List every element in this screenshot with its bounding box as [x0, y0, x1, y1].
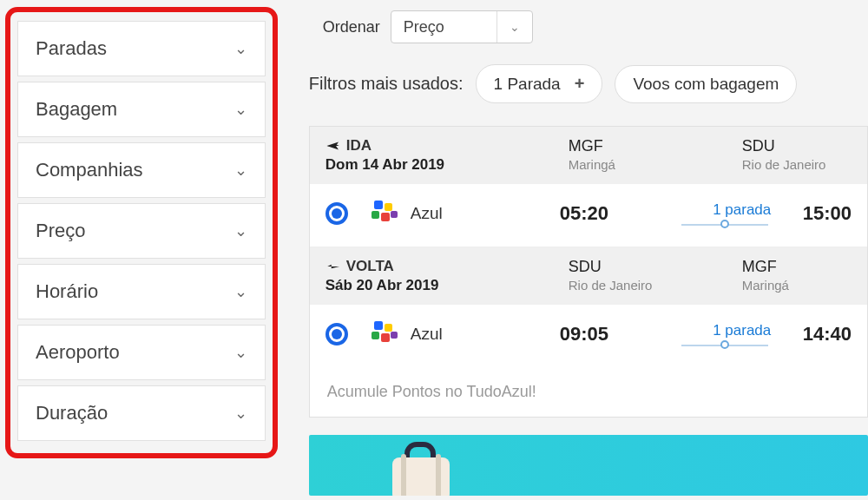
filter-preco[interactable]: Preço ⌄	[17, 203, 266, 259]
stops-link[interactable]: 1 parada	[681, 201, 803, 226]
filter-chip-parada[interactable]: 1 Parada +	[476, 64, 603, 103]
plane-left-icon	[326, 259, 341, 274]
airline-name: Azul	[411, 325, 443, 344]
origin-airport: SDU Rio de Janeiro	[569, 258, 742, 294]
trip-date: Sáb 20 Abr 2019	[326, 277, 569, 294]
sort-select[interactable]: Preço ⌄	[391, 10, 533, 43]
promo-banner[interactable]	[309, 435, 868, 496]
leg-header-volta: VOLTA Sáb 20 Abr 2019 SDU Rio de Janeiro…	[310, 247, 867, 305]
chevron-down-icon: ⌄	[234, 282, 247, 301]
origin-airport: MGF Maringá	[569, 137, 742, 174]
airline-name: Azul	[411, 204, 443, 223]
filter-label: Horário	[36, 280, 98, 303]
filter-label: Bagagem	[36, 98, 117, 121]
airline-cell: Azul	[369, 198, 560, 229]
destination-airport: MGF Maringá	[742, 258, 852, 294]
chevron-down-icon: ⌄	[234, 221, 247, 240]
filter-horario[interactable]: Horário ⌄	[17, 264, 266, 319]
trip-date: Dom 14 Abr 2019	[326, 156, 569, 174]
quick-filters-row: Filtros mais usados: 1 Parada + Voos com…	[309, 64, 868, 121]
airline-logo-icon	[369, 198, 400, 229]
airline-logo-icon	[369, 319, 400, 350]
chevron-down-icon: ⌄	[234, 161, 247, 180]
sort-label: Ordenar	[323, 18, 380, 36]
sort-selected: Preço	[391, 11, 497, 43]
leg-header-ida: IDA Dom 14 Abr 2019 MGF Maringá SDU Rio …	[310, 127, 867, 184]
destination-airport: SDU Rio de Janeiro	[742, 137, 852, 174]
results-main: Ordenar Preço ⌄ Filtros mais usados: 1 P…	[283, 0, 868, 500]
plus-icon: +	[575, 74, 585, 94]
chevron-down-icon: ⌄	[234, 343, 247, 362]
filter-label: Preço	[36, 220, 85, 242]
flight-row-ida: Azul 05:20 1 parada 15:00	[310, 184, 867, 247]
trip-direction-ida: IDA	[326, 137, 569, 155]
filter-companhias[interactable]: Companhias ⌄	[17, 142, 266, 198]
sort-row: Ordenar Preço ⌄	[309, 3, 868, 64]
filters-sidebar: Paradas ⌄ Bagagem ⌄ Companhias ⌄ Preço ⌄…	[0, 0, 283, 500]
filter-aeroporto[interactable]: Aeroporto ⌄	[17, 325, 266, 380]
chevron-down-icon: ⌄	[234, 100, 247, 119]
airline-cell: Azul	[369, 319, 560, 350]
filter-duracao[interactable]: Duração ⌄	[17, 385, 266, 441]
filter-chip-bagagem[interactable]: Voos com bagagem	[615, 65, 797, 103]
chip-label: 1 Parada	[494, 75, 561, 94]
filter-label: Aeroporto	[36, 341, 120, 364]
filter-label: Duração	[36, 402, 108, 424]
depart-time: 05:20	[560, 202, 681, 225]
arrive-time: 14:40	[803, 323, 852, 345]
filter-label: Paradas	[36, 37, 107, 60]
chip-label: Voos com bagagem	[633, 75, 779, 94]
plane-right-icon	[326, 138, 341, 154]
flight-radio[interactable]	[326, 202, 348, 225]
filter-paradas[interactable]: Paradas ⌄	[17, 21, 266, 76]
depart-time: 09:05	[560, 323, 681, 345]
stops-link[interactable]: 1 parada	[681, 322, 803, 346]
quick-filters-label: Filtros mais usados:	[309, 74, 464, 94]
filter-label: Companhias	[36, 159, 143, 181]
flight-radio[interactable]	[326, 323, 348, 345]
promo-text: Acumule Pontos no TudoAzul!	[310, 367, 867, 417]
filter-bagagem[interactable]: Bagagem ⌄	[17, 82, 266, 137]
arrive-time: 15:00	[803, 202, 852, 225]
flight-row-volta: Azul 09:05 1 parada 14:40	[310, 305, 867, 367]
chevron-down-icon: ⌄	[497, 20, 532, 34]
filters-highlight: Paradas ⌄ Bagagem ⌄ Companhias ⌄ Preço ⌄…	[5, 7, 278, 458]
chevron-down-icon: ⌄	[234, 404, 247, 423]
flight-result-card: IDA Dom 14 Abr 2019 MGF Maringá SDU Rio …	[309, 126, 868, 418]
chevron-down-icon: ⌄	[234, 39, 247, 58]
trip-direction-volta: VOLTA	[326, 258, 569, 275]
